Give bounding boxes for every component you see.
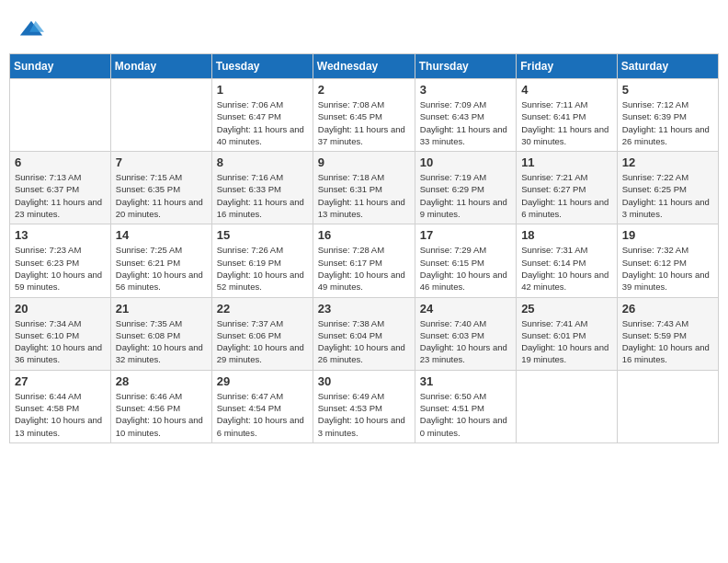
week-row-3: 13Sunrise: 7:23 AM Sunset: 6:23 PM Dayli… bbox=[10, 224, 719, 297]
day-info: Sunrise: 7:35 AM Sunset: 6:08 PM Dayligh… bbox=[116, 317, 207, 366]
day-number: 20 bbox=[15, 302, 106, 316]
day-number: 5 bbox=[622, 83, 713, 97]
week-row-2: 6Sunrise: 7:13 AM Sunset: 6:37 PM Daylig… bbox=[10, 152, 719, 224]
day-number: 28 bbox=[116, 374, 207, 388]
day-header-sunday: Sunday bbox=[10, 54, 111, 79]
day-info: Sunrise: 7:29 AM Sunset: 6:15 PM Dayligh… bbox=[420, 244, 511, 293]
day-info: Sunrise: 7:31 AM Sunset: 6:14 PM Dayligh… bbox=[521, 244, 612, 293]
day-cell: 12Sunrise: 7:22 AM Sunset: 6:25 PM Dayli… bbox=[617, 152, 718, 224]
day-cell: 22Sunrise: 7:37 AM Sunset: 6:06 PM Dayli… bbox=[211, 297, 313, 370]
day-header-wednesday: Wednesday bbox=[313, 54, 415, 79]
day-header-friday: Friday bbox=[517, 54, 618, 79]
day-cell: 11Sunrise: 7:21 AM Sunset: 6:27 PM Dayli… bbox=[517, 152, 618, 224]
day-header-tuesday: Tuesday bbox=[211, 54, 313, 79]
day-number: 2 bbox=[318, 83, 410, 97]
day-number: 26 bbox=[622, 302, 713, 316]
day-cell bbox=[10, 79, 111, 152]
day-number: 21 bbox=[116, 302, 207, 316]
day-info: Sunrise: 6:49 AM Sunset: 4:53 PM Dayligh… bbox=[318, 390, 410, 439]
day-number: 16 bbox=[318, 228, 410, 242]
day-info: Sunrise: 6:44 AM Sunset: 4:58 PM Dayligh… bbox=[15, 390, 106, 439]
day-info: Sunrise: 7:28 AM Sunset: 6:17 PM Dayligh… bbox=[318, 244, 410, 293]
day-header-thursday: Thursday bbox=[415, 54, 516, 79]
day-info: Sunrise: 7:06 AM Sunset: 6:47 PM Dayligh… bbox=[217, 98, 308, 147]
day-cell: 5Sunrise: 7:12 AM Sunset: 6:39 PM Daylig… bbox=[617, 79, 718, 152]
calendar-body: 1Sunrise: 7:06 AM Sunset: 6:47 PM Daylig… bbox=[10, 79, 719, 443]
day-number: 6 bbox=[15, 155, 106, 169]
day-cell: 15Sunrise: 7:26 AM Sunset: 6:19 PM Dayli… bbox=[211, 224, 313, 297]
day-info: Sunrise: 7:37 AM Sunset: 6:06 PM Dayligh… bbox=[217, 317, 308, 366]
day-number: 8 bbox=[217, 155, 308, 169]
day-cell: 29Sunrise: 6:47 AM Sunset: 4:54 PM Dayli… bbox=[211, 370, 313, 442]
day-info: Sunrise: 6:50 AM Sunset: 4:51 PM Dayligh… bbox=[420, 390, 511, 439]
day-info: Sunrise: 7:15 AM Sunset: 6:35 PM Dayligh… bbox=[116, 171, 207, 220]
day-number: 14 bbox=[116, 228, 207, 242]
calendar: SundayMondayTuesdayWednesdayThursdayFrid… bbox=[9, 53, 719, 443]
day-number: 3 bbox=[420, 83, 511, 97]
day-number: 12 bbox=[622, 155, 713, 169]
logo-icon bbox=[18, 17, 44, 42]
day-number: 17 bbox=[420, 228, 511, 242]
day-info: Sunrise: 7:32 AM Sunset: 6:12 PM Dayligh… bbox=[622, 244, 713, 293]
day-number: 9 bbox=[318, 155, 410, 169]
day-header-saturday: Saturday bbox=[617, 54, 718, 79]
day-cell: 19Sunrise: 7:32 AM Sunset: 6:12 PM Dayli… bbox=[617, 224, 718, 297]
day-cell bbox=[517, 370, 618, 442]
day-cell bbox=[110, 79, 211, 152]
day-cell: 3Sunrise: 7:09 AM Sunset: 6:43 PM Daylig… bbox=[415, 79, 516, 152]
day-info: Sunrise: 7:34 AM Sunset: 6:10 PM Dayligh… bbox=[15, 317, 106, 366]
day-number: 29 bbox=[217, 374, 308, 388]
day-info: Sunrise: 7:11 AM Sunset: 6:41 PM Dayligh… bbox=[521, 98, 612, 147]
day-cell: 28Sunrise: 6:46 AM Sunset: 4:56 PM Dayli… bbox=[110, 370, 211, 442]
day-cell: 17Sunrise: 7:29 AM Sunset: 6:15 PM Dayli… bbox=[415, 224, 516, 297]
day-info: Sunrise: 7:19 AM Sunset: 6:29 PM Dayligh… bbox=[420, 171, 511, 220]
day-info: Sunrise: 6:47 AM Sunset: 4:54 PM Dayligh… bbox=[217, 390, 308, 439]
day-cell: 6Sunrise: 7:13 AM Sunset: 6:37 PM Daylig… bbox=[10, 152, 111, 224]
day-number: 4 bbox=[521, 83, 612, 97]
day-cell: 30Sunrise: 6:49 AM Sunset: 4:53 PM Dayli… bbox=[313, 370, 415, 442]
day-cell: 7Sunrise: 7:15 AM Sunset: 6:35 PM Daylig… bbox=[110, 152, 211, 224]
day-cell: 13Sunrise: 7:23 AM Sunset: 6:23 PM Dayli… bbox=[10, 224, 111, 297]
day-cell: 27Sunrise: 6:44 AM Sunset: 4:58 PM Dayli… bbox=[10, 370, 111, 442]
day-number: 10 bbox=[420, 155, 511, 169]
day-cell: 25Sunrise: 7:41 AM Sunset: 6:01 PM Dayli… bbox=[517, 297, 618, 370]
day-number: 15 bbox=[217, 228, 308, 242]
day-number: 22 bbox=[217, 302, 308, 316]
day-cell: 26Sunrise: 7:43 AM Sunset: 5:59 PM Dayli… bbox=[617, 297, 718, 370]
day-cell: 16Sunrise: 7:28 AM Sunset: 6:17 PM Dayli… bbox=[313, 224, 415, 297]
week-row-5: 27Sunrise: 6:44 AM Sunset: 4:58 PM Dayli… bbox=[10, 370, 719, 442]
day-number: 7 bbox=[116, 155, 207, 169]
day-info: Sunrise: 7:43 AM Sunset: 5:59 PM Dayligh… bbox=[622, 317, 713, 366]
day-info: Sunrise: 7:18 AM Sunset: 6:31 PM Dayligh… bbox=[318, 171, 410, 220]
day-info: Sunrise: 7:22 AM Sunset: 6:25 PM Dayligh… bbox=[622, 171, 713, 220]
day-info: Sunrise: 7:08 AM Sunset: 6:45 PM Dayligh… bbox=[318, 98, 410, 147]
day-cell: 9Sunrise: 7:18 AM Sunset: 6:31 PM Daylig… bbox=[313, 152, 415, 224]
day-info: Sunrise: 7:38 AM Sunset: 6:04 PM Dayligh… bbox=[318, 317, 410, 366]
day-info: Sunrise: 7:23 AM Sunset: 6:23 PM Dayligh… bbox=[15, 244, 106, 293]
header bbox=[9, 9, 719, 48]
day-cell: 10Sunrise: 7:19 AM Sunset: 6:29 PM Dayli… bbox=[415, 152, 516, 224]
day-number: 24 bbox=[420, 302, 511, 316]
day-info: Sunrise: 7:13 AM Sunset: 6:37 PM Dayligh… bbox=[15, 171, 106, 220]
day-number: 1 bbox=[217, 83, 308, 97]
day-number: 27 bbox=[15, 374, 106, 388]
logo bbox=[18, 17, 48, 42]
day-info: Sunrise: 7:41 AM Sunset: 6:01 PM Dayligh… bbox=[521, 317, 612, 366]
day-info: Sunrise: 7:25 AM Sunset: 6:21 PM Dayligh… bbox=[116, 244, 207, 293]
day-number: 23 bbox=[318, 302, 410, 316]
day-info: Sunrise: 7:12 AM Sunset: 6:39 PM Dayligh… bbox=[622, 98, 713, 147]
day-cell: 21Sunrise: 7:35 AM Sunset: 6:08 PM Dayli… bbox=[110, 297, 211, 370]
day-cell: 14Sunrise: 7:25 AM Sunset: 6:21 PM Dayli… bbox=[110, 224, 211, 297]
day-number: 25 bbox=[521, 302, 612, 316]
day-number: 30 bbox=[318, 374, 410, 388]
day-number: 19 bbox=[622, 228, 713, 242]
day-info: Sunrise: 6:46 AM Sunset: 4:56 PM Dayligh… bbox=[116, 390, 207, 439]
day-info: Sunrise: 7:40 AM Sunset: 6:03 PM Dayligh… bbox=[420, 317, 511, 366]
day-cell: 20Sunrise: 7:34 AM Sunset: 6:10 PM Dayli… bbox=[10, 297, 111, 370]
day-info: Sunrise: 7:26 AM Sunset: 6:19 PM Dayligh… bbox=[217, 244, 308, 293]
day-cell: 18Sunrise: 7:31 AM Sunset: 6:14 PM Dayli… bbox=[517, 224, 618, 297]
day-number: 18 bbox=[521, 228, 612, 242]
week-row-1: 1Sunrise: 7:06 AM Sunset: 6:47 PM Daylig… bbox=[10, 79, 719, 152]
day-cell: 24Sunrise: 7:40 AM Sunset: 6:03 PM Dayli… bbox=[415, 297, 516, 370]
day-info: Sunrise: 7:21 AM Sunset: 6:27 PM Dayligh… bbox=[521, 171, 612, 220]
